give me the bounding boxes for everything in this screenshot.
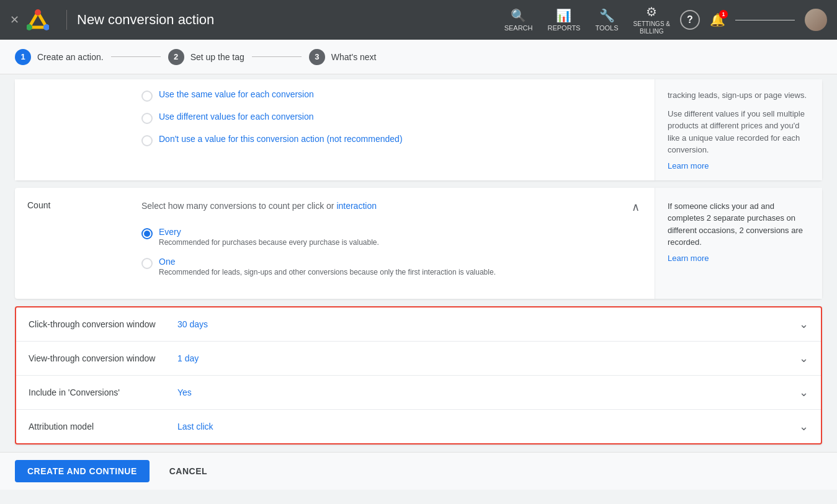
count-label-col: Count (15, 188, 127, 299)
click-through-label: Click-through conversion window (29, 319, 177, 329)
radio-different-value[interactable]: Use different values for each conversion (141, 112, 640, 124)
svg-point-3 (35, 9, 41, 15)
value-section: Use the same value for each conversion U… (15, 79, 822, 180)
radio-one-subtext: Recommended for leads, sign-ups and othe… (159, 268, 496, 276)
step-1: 1 Create an action. (15, 49, 104, 65)
include-conversions-label: Include in 'Conversions' (29, 387, 177, 397)
view-through-row[interactable]: View-through conversion window 1 day ⌄ (16, 342, 821, 376)
radio-every-subtext: Recommended for purchases because every … (159, 238, 379, 247)
attribution-model-row[interactable]: Attribution model Last click ⌄ (16, 410, 821, 443)
count-section: Count Select how many conversions to cou… (15, 188, 822, 299)
search-icon: 🔍 (511, 8, 526, 23)
conversion-window-card: Click-through conversion window 30 days … (15, 306, 822, 444)
account-name: ———————— (735, 15, 795, 24)
interaction-link[interactable]: interaction (336, 201, 377, 211)
step-2-circle: 2 (168, 49, 184, 65)
radio-one-circle (141, 258, 153, 269)
action-bar: CREATE AND CONTINUE CANCEL (0, 452, 837, 490)
count-learn-more[interactable]: Learn more (668, 254, 709, 263)
step-1-label: Create an action. (37, 52, 104, 62)
attribution-model-chevron: ⌄ (799, 420, 808, 433)
click-through-chevron: ⌄ (799, 317, 808, 331)
radio-different-label: Use different values for each conversion (159, 112, 314, 122)
main-content: Use the same value for each conversion U… (0, 74, 837, 504)
logo (27, 9, 49, 31)
divider (66, 10, 67, 30)
close-button[interactable]: ✕ (10, 13, 19, 27)
step-3-circle: 3 (309, 49, 325, 65)
click-through-row[interactable]: Click-through conversion window 30 days … (16, 307, 821, 342)
radio-same-circle (141, 91, 153, 102)
step-connector-2 (252, 56, 302, 57)
create-and-continue-button[interactable]: CREATE AND CONTINUE (15, 460, 150, 482)
collapse-icon[interactable]: ∧ (632, 200, 640, 214)
radio-same-value[interactable]: Use the same value for each conversion (141, 89, 640, 102)
step-3: 3 What's next (309, 49, 377, 65)
notification-badge: 1 (719, 10, 728, 19)
step-3-label: What's next (331, 52, 377, 62)
view-through-value: 1 day (177, 353, 799, 363)
radio-every-label: Every (159, 227, 379, 237)
radio-same-label: Use the same value for each conversion (159, 89, 314, 99)
topbar: ✕ New conversion action 🔍 SEARCH 📊 REPOR… (0, 0, 837, 40)
help-button[interactable]: ? (680, 10, 700, 30)
radio-every[interactable]: Every Recommended for purchases because … (141, 227, 640, 247)
value-help-col: tracking leads, sign-ups or page views. … (655, 79, 822, 180)
step-connector-1 (111, 56, 161, 57)
value-options-col: Use the same value for each conversion U… (127, 79, 655, 180)
value-help-text: Use different values if you sell multipl… (668, 108, 810, 156)
step-2-label: Set up the tag (190, 52, 244, 62)
nav-tools[interactable]: 🔧 TOOLS (595, 8, 618, 32)
view-through-chevron: ⌄ (799, 351, 808, 365)
count-description: Select how many conversions to count per… (141, 200, 377, 213)
count-help-text: If someone clicks your ad and completes … (668, 200, 810, 249)
radio-no-label: Don't use a value for this conversion ac… (159, 134, 403, 144)
value-card: Use the same value for each conversion U… (15, 79, 822, 180)
radio-no-circle (141, 135, 153, 146)
count-label: Count (27, 200, 114, 210)
view-through-label: View-through conversion window (29, 353, 177, 363)
radio-one-label: One (159, 257, 496, 267)
reports-icon: 📊 (556, 8, 571, 23)
count-options-col: Select how many conversions to count per… (127, 188, 655, 299)
top-navigation: 🔍 SEARCH 📊 REPORTS 🔧 TOOLS ⚙ SETTINGS &B… (504, 4, 670, 35)
count-help-col: If someone clicks your ad and completes … (655, 188, 822, 299)
topbar-right: ? 🔔 1 ———————— (680, 9, 827, 31)
value-learn-more[interactable]: Learn more (668, 161, 709, 170)
step-1-circle: 1 (15, 49, 31, 65)
attribution-model-label: Attribution model (29, 422, 177, 431)
tools-icon: 🔧 (599, 8, 615, 23)
cancel-button[interactable]: CANCEL (159, 460, 217, 482)
radio-one[interactable]: One Recommended for leads, sign-ups and … (141, 257, 640, 276)
nav-reports[interactable]: 📊 REPORTS (547, 8, 580, 32)
nav-settings[interactable]: ⚙ SETTINGS &BILLING (633, 4, 670, 35)
page-title: New conversion action (77, 12, 504, 28)
avatar[interactable] (805, 9, 827, 31)
include-conversions-value: Yes (177, 387, 799, 397)
step-2: 2 Set up the tag (168, 49, 244, 65)
value-help-partial-top: tracking leads, sign-ups or page views. (668, 89, 810, 102)
radio-no-value[interactable]: Don't use a value for this conversion ac… (141, 134, 640, 146)
radio-every-inner (144, 231, 150, 237)
count-card: Count Select how many conversions to cou… (15, 188, 822, 299)
include-conversions-chevron: ⌄ (799, 386, 808, 399)
notifications-button[interactable]: 🔔 1 (710, 12, 725, 27)
radio-every-circle (141, 228, 153, 239)
nav-search[interactable]: 🔍 SEARCH (504, 8, 533, 32)
count-header: Select how many conversions to count per… (141, 200, 640, 223)
attribution-model-value: Last click (177, 422, 799, 431)
radio-different-circle (141, 113, 153, 124)
stepper-bar: 1 Create an action. 2 Set up the tag 3 W… (0, 40, 837, 74)
include-conversions-row[interactable]: Include in 'Conversions' Yes ⌄ (16, 376, 821, 410)
click-through-value: 30 days (177, 319, 799, 329)
value-label-col (15, 79, 127, 180)
settings-icon: ⚙ (646, 4, 657, 19)
